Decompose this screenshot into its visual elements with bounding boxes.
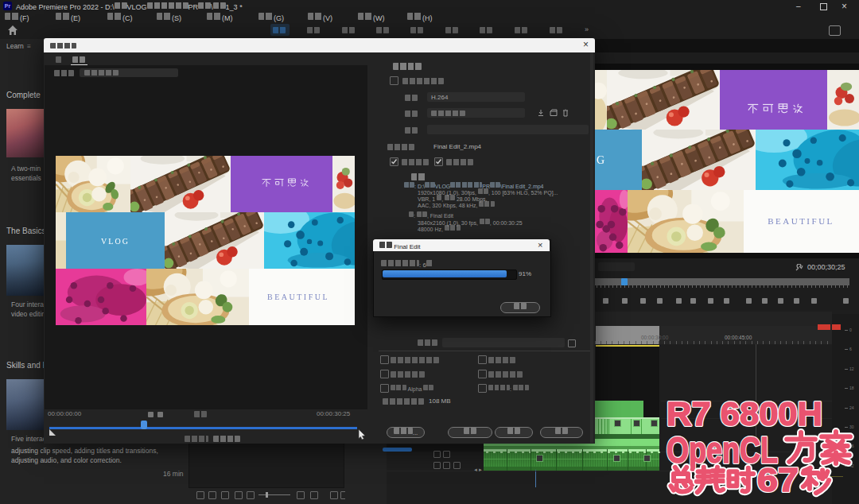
svg-text:BEAUTIFUL: BEAUTIFUL	[267, 293, 329, 301]
svg-text:G: G	[597, 154, 604, 166]
svg-text:BEAUTIFUL: BEAUTIFUL	[768, 216, 834, 226]
svg-text:67: 67	[757, 461, 799, 498]
svg-text:R7 6800H: R7 6800H	[667, 394, 822, 432]
svg-text:VLOG: VLOG	[101, 237, 130, 246]
